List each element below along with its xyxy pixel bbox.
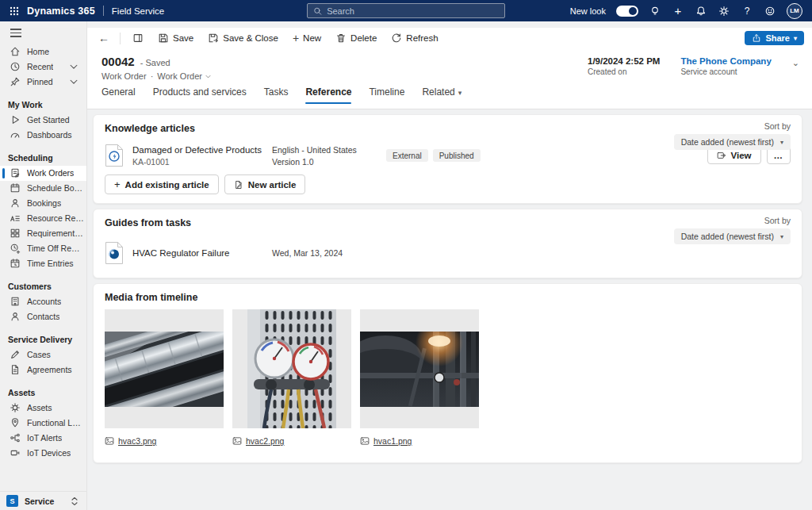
chevron-down-icon	[68, 76, 79, 87]
feedback-icon[interactable]	[764, 5, 776, 17]
sidebar-item-label: Cases	[27, 350, 51, 359]
tab-tasks[interactable]: Tasks	[264, 86, 289, 104]
guide-row[interactable]: HVAC Regulator Failure Wed, Mar 13, 2024	[105, 241, 791, 265]
avatar[interactable]: LM	[787, 3, 802, 19]
sidebar-item-resource-requirements[interactable]: Resource Requireme…	[0, 211, 86, 226]
media-file-link[interactable]: hvac1.png	[373, 436, 412, 446]
building-icon	[10, 296, 21, 307]
command-bar-divider	[120, 33, 121, 44]
external-badge: External	[386, 149, 428, 162]
sidebar-item-schedule-board[interactable]: Schedule Board	[0, 181, 86, 196]
knowledge-sort-block: Sort by Date added (newest first) ▾	[674, 121, 791, 150]
entity-name: Work Order	[102, 71, 147, 81]
media-thumbnail-boiler-room[interactable]	[360, 309, 479, 428]
add-icon: +	[293, 32, 299, 44]
share-button[interactable]: Share ▾	[745, 31, 804, 45]
new-button[interactable]: + New	[286, 29, 327, 47]
knowledge-sort-dropdown[interactable]: Date added (newest first) ▾	[674, 134, 791, 150]
app-name[interactable]: Field Service	[112, 6, 164, 16]
area-switcher[interactable]: S Service	[0, 491, 86, 510]
media-file-link[interactable]: hvac2.png	[246, 436, 284, 446]
side-pane-button[interactable]	[126, 30, 150, 46]
gear-icon[interactable]	[718, 5, 730, 17]
sidebar-group-customers: Customers	[0, 279, 86, 294]
tab-products-and-services[interactable]: Products and services	[153, 86, 247, 104]
gauge-icon	[10, 129, 21, 140]
sidebar-item-work-orders[interactable]: Work Orders	[0, 166, 86, 181]
back-button[interactable]: ←	[94, 32, 114, 44]
sidebar-item-label: Dashboards	[27, 130, 72, 140]
sidebar-item-functional-locations[interactable]: Functional Locations	[0, 416, 86, 431]
guides-sort-dropdown[interactable]: Date added (newest first) ▾	[674, 228, 791, 244]
brand-title[interactable]: Dynamics 365	[27, 6, 95, 17]
sidebar-item-dashboards[interactable]: Dashboards	[0, 128, 86, 143]
media-from-timeline-card: Media from timeline	[93, 283, 802, 463]
sidebar-item-accounts[interactable]: Accounts	[0, 294, 86, 309]
delete-button[interactable]: Delete	[329, 30, 383, 46]
article-version: Version 1.0	[272, 157, 386, 167]
sidebar-group-scheduling: Scheduling	[0, 151, 86, 166]
waffle-icon[interactable]	[0, 6, 27, 16]
sidebar-item-agreements[interactable]: Agreements	[0, 362, 86, 378]
refresh-button[interactable]: Refresh	[385, 30, 444, 46]
created-on-label: Created on	[588, 67, 660, 76]
add-existing-label: Add existing article	[125, 180, 209, 190]
sidebar-item-cases[interactable]: Cases	[0, 347, 86, 362]
guides-from-tasks-card: Guides from tasks Sort by Date added (ne…	[93, 209, 802, 278]
media-file-link[interactable]: hvac3.png	[118, 436, 156, 446]
media-caption: hvac1.png	[360, 436, 479, 446]
area-badge: S	[6, 495, 18, 507]
add-existing-article-button[interactable]: + Add existing article	[105, 174, 219, 194]
chevron-down-icon	[68, 61, 79, 72]
media-tile: hvac1.png	[360, 309, 479, 446]
ductwork-photo	[105, 332, 224, 407]
sort-value: Date added (newest first)	[681, 232, 774, 241]
media-thumbnail-ductwork[interactable]	[105, 309, 224, 428]
search-input[interactable]	[327, 6, 499, 16]
calendar-icon	[10, 182, 21, 194]
tab-general[interactable]: General	[102, 86, 136, 104]
sidebar-item-time-entries[interactable]: Time Entries	[0, 256, 86, 271]
new-article-icon	[234, 180, 243, 190]
sidebar-item-requirement-groups[interactable]: Requirement Groups	[0, 226, 86, 241]
sidebar-item-get-started[interactable]: Get Started	[0, 113, 86, 128]
sidebar-item-label: Functional Locations	[27, 418, 84, 428]
guide-date: Wed, Mar 13, 2024	[272, 248, 386, 258]
refresh-label: Refresh	[406, 33, 438, 43]
lightbulb-icon[interactable]	[649, 5, 661, 17]
add-icon[interactable]: +	[672, 5, 684, 17]
time-off-icon	[10, 243, 21, 254]
sidebar-item-iot-devices[interactable]: IoT Devices	[0, 446, 86, 461]
sidebar-item-label: Assets	[27, 403, 52, 412]
help-icon[interactable]: ?	[741, 5, 753, 17]
global-search[interactable]	[307, 3, 505, 18]
new-article-button[interactable]: New article	[224, 174, 306, 194]
service-account-link[interactable]: The Phone Company	[680, 56, 771, 66]
share-icon	[752, 33, 761, 43]
save-and-close-button[interactable]: Save & Close	[201, 30, 285, 46]
save-button[interactable]: Save	[151, 30, 200, 46]
bell-icon[interactable]	[695, 5, 707, 17]
sidebar-item-label: Requirement Groups	[27, 228, 84, 238]
header-expand-chevron[interactable]: ⌄	[792, 58, 799, 68]
hamburger-menu-icon[interactable]	[0, 21, 86, 44]
media-thumbnail-gauges[interactable]	[232, 309, 351, 428]
tab-timeline[interactable]: Timeline	[369, 86, 404, 104]
form-tabs: General Products and services Tasks Refe…	[87, 86, 812, 104]
sidebar-item-time-off-requests[interactable]: Time Off Requests	[0, 241, 86, 256]
form-name: Work Order	[157, 71, 202, 81]
tab-reference[interactable]: Reference	[305, 86, 351, 104]
sidebar-item-contacts[interactable]: Contacts	[0, 309, 86, 324]
document-icon	[10, 364, 21, 375]
sidebar-item-assets[interactable]: Assets	[0, 401, 86, 416]
sidebar-item-home[interactable]: Home	[0, 44, 86, 59]
form-selector[interactable]: Work Order	[157, 71, 212, 81]
sidebar-item-iot-alerts[interactable]: IoT Alerts	[0, 431, 86, 446]
sidebar-item-recent[interactable]: Recent	[0, 59, 86, 75]
tab-related[interactable]: Related▾	[422, 86, 462, 104]
sidebar-item-pinned[interactable]: Pinned	[0, 75, 86, 90]
clock-icon	[10, 61, 21, 72]
new-look-toggle[interactable]	[616, 6, 638, 17]
iot-device-icon	[10, 447, 21, 458]
sidebar-item-bookings[interactable]: Bookings	[0, 196, 86, 211]
